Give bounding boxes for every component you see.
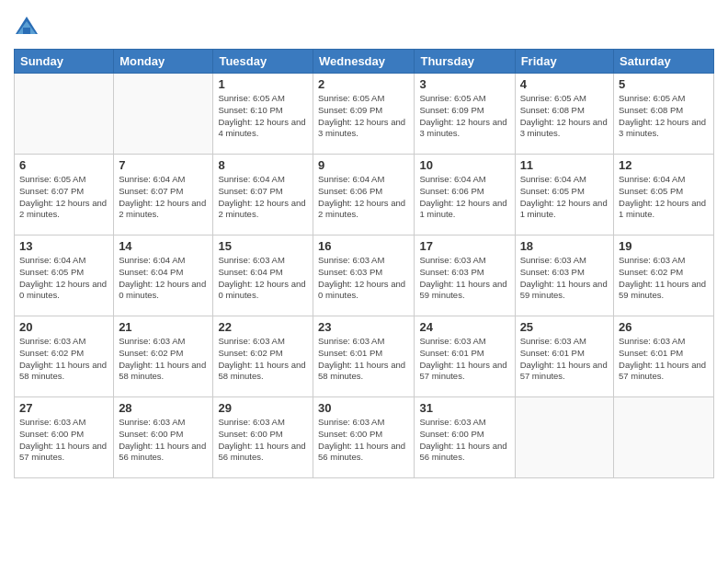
calendar-cell: 29Sunrise: 6:03 AM Sunset: 6:00 PM Dayli… <box>213 397 313 478</box>
day-number: 11 <box>520 158 609 172</box>
calendar-week-row: 27Sunrise: 6:03 AM Sunset: 6:00 PM Dayli… <box>15 397 714 478</box>
day-info: Sunrise: 6:03 AM Sunset: 6:03 PM Dayligh… <box>318 255 409 302</box>
day-number: 9 <box>318 158 409 172</box>
day-info: Sunrise: 6:03 AM Sunset: 6:01 PM Dayligh… <box>619 336 709 383</box>
day-number: 13 <box>19 239 108 253</box>
day-info: Sunrise: 6:03 AM Sunset: 6:03 PM Dayligh… <box>520 255 609 302</box>
calendar-week-row: 20Sunrise: 6:03 AM Sunset: 6:02 PM Dayli… <box>15 316 714 397</box>
day-number: 26 <box>619 320 709 334</box>
day-info: Sunrise: 6:04 AM Sunset: 6:07 PM Dayligh… <box>218 174 308 221</box>
day-number: 3 <box>419 77 509 91</box>
day-info: Sunrise: 6:03 AM Sunset: 6:00 PM Dayligh… <box>19 417 108 464</box>
calendar-cell: 31Sunrise: 6:03 AM Sunset: 6:00 PM Dayli… <box>415 397 515 478</box>
weekday-header: Monday <box>114 50 213 74</box>
calendar-cell: 20Sunrise: 6:03 AM Sunset: 6:02 PM Dayli… <box>15 316 114 397</box>
logo-icon <box>14 14 40 40</box>
day-number: 22 <box>218 320 308 334</box>
day-number: 14 <box>119 239 208 253</box>
header <box>14 14 714 40</box>
day-number: 19 <box>619 239 709 253</box>
day-number: 31 <box>419 401 509 415</box>
day-number: 6 <box>19 158 108 172</box>
day-number: 10 <box>419 158 509 172</box>
day-number: 21 <box>119 320 208 334</box>
calendar-cell: 15Sunrise: 6:03 AM Sunset: 6:04 PM Dayli… <box>213 236 313 316</box>
day-number: 18 <box>520 239 609 253</box>
day-info: Sunrise: 6:04 AM Sunset: 6:06 PM Dayligh… <box>318 174 409 221</box>
calendar-cell: 26Sunrise: 6:03 AM Sunset: 6:01 PM Dayli… <box>614 316 714 397</box>
day-info: Sunrise: 6:03 AM Sunset: 6:02 PM Dayligh… <box>619 255 709 302</box>
day-info: Sunrise: 6:04 AM Sunset: 6:05 PM Dayligh… <box>619 174 709 221</box>
day-number: 16 <box>318 239 409 253</box>
day-info: Sunrise: 6:03 AM Sunset: 6:02 PM Dayligh… <box>19 336 108 383</box>
calendar-cell: 5Sunrise: 6:05 AM Sunset: 6:08 PM Daylig… <box>614 74 714 155</box>
calendar-cell <box>515 397 613 478</box>
day-number: 28 <box>119 401 208 415</box>
day-info: Sunrise: 6:03 AM Sunset: 6:01 PM Dayligh… <box>419 336 509 383</box>
day-info: Sunrise: 6:03 AM Sunset: 6:03 PM Dayligh… <box>419 255 509 302</box>
calendar-cell: 18Sunrise: 6:03 AM Sunset: 6:03 PM Dayli… <box>515 236 613 316</box>
day-number: 15 <box>218 239 308 253</box>
day-info: Sunrise: 6:04 AM Sunset: 6:05 PM Dayligh… <box>520 174 609 221</box>
calendar-cell: 23Sunrise: 6:03 AM Sunset: 6:01 PM Dayli… <box>313 316 415 397</box>
calendar-cell: 21Sunrise: 6:03 AM Sunset: 6:02 PM Dayli… <box>114 316 213 397</box>
day-info: Sunrise: 6:03 AM Sunset: 6:01 PM Dayligh… <box>318 336 409 383</box>
day-number: 7 <box>119 158 208 172</box>
day-number: 5 <box>619 77 709 91</box>
weekday-header: Friday <box>515 50 613 74</box>
day-info: Sunrise: 6:03 AM Sunset: 6:00 PM Dayligh… <box>419 417 509 464</box>
day-info: Sunrise: 6:03 AM Sunset: 6:00 PM Dayligh… <box>318 417 409 464</box>
calendar-cell: 3Sunrise: 6:05 AM Sunset: 6:09 PM Daylig… <box>415 74 515 155</box>
weekday-header-row: SundayMondayTuesdayWednesdayThursdayFrid… <box>15 50 714 74</box>
day-info: Sunrise: 6:05 AM Sunset: 6:08 PM Dayligh… <box>619 93 709 140</box>
day-info: Sunrise: 6:03 AM Sunset: 6:02 PM Dayligh… <box>119 336 208 383</box>
calendar-cell: 27Sunrise: 6:03 AM Sunset: 6:00 PM Dayli… <box>15 397 114 478</box>
day-number: 23 <box>318 320 409 334</box>
day-info: Sunrise: 6:04 AM Sunset: 6:07 PM Dayligh… <box>119 174 208 221</box>
calendar-cell <box>15 74 114 155</box>
calendar-cell: 8Sunrise: 6:04 AM Sunset: 6:07 PM Daylig… <box>213 155 313 236</box>
calendar-cell: 6Sunrise: 6:05 AM Sunset: 6:07 PM Daylig… <box>15 155 114 236</box>
day-number: 25 <box>520 320 609 334</box>
logo <box>14 14 43 40</box>
day-number: 12 <box>619 158 709 172</box>
calendar-cell: 2Sunrise: 6:05 AM Sunset: 6:09 PM Daylig… <box>313 74 415 155</box>
day-info: Sunrise: 6:05 AM Sunset: 6:08 PM Dayligh… <box>520 93 609 140</box>
page: SundayMondayTuesdayWednesdayThursdayFrid… <box>0 0 728 563</box>
day-number: 30 <box>318 401 409 415</box>
calendar-week-row: 1Sunrise: 6:05 AM Sunset: 6:10 PM Daylig… <box>15 74 714 155</box>
calendar-cell: 24Sunrise: 6:03 AM Sunset: 6:01 PM Dayli… <box>415 316 515 397</box>
weekday-header: Sunday <box>15 50 114 74</box>
calendar-cell: 16Sunrise: 6:03 AM Sunset: 6:03 PM Dayli… <box>313 236 415 316</box>
calendar-week-row: 6Sunrise: 6:05 AM Sunset: 6:07 PM Daylig… <box>15 155 714 236</box>
day-info: Sunrise: 6:05 AM Sunset: 6:10 PM Dayligh… <box>218 93 308 140</box>
day-info: Sunrise: 6:04 AM Sunset: 6:06 PM Dayligh… <box>419 174 509 221</box>
day-info: Sunrise: 6:03 AM Sunset: 6:02 PM Dayligh… <box>218 336 308 383</box>
day-number: 8 <box>218 158 308 172</box>
calendar: SundayMondayTuesdayWednesdayThursdayFrid… <box>14 49 714 478</box>
day-number: 27 <box>19 401 108 415</box>
calendar-cell: 19Sunrise: 6:03 AM Sunset: 6:02 PM Dayli… <box>614 236 714 316</box>
calendar-cell: 7Sunrise: 6:04 AM Sunset: 6:07 PM Daylig… <box>114 155 213 236</box>
day-number: 4 <box>520 77 609 91</box>
calendar-cell: 11Sunrise: 6:04 AM Sunset: 6:05 PM Dayli… <box>515 155 613 236</box>
day-info: Sunrise: 6:05 AM Sunset: 6:09 PM Dayligh… <box>419 93 509 140</box>
day-number: 1 <box>218 77 308 91</box>
day-info: Sunrise: 6:04 AM Sunset: 6:04 PM Dayligh… <box>119 255 208 302</box>
calendar-cell: 28Sunrise: 6:03 AM Sunset: 6:00 PM Dayli… <box>114 397 213 478</box>
calendar-cell: 25Sunrise: 6:03 AM Sunset: 6:01 PM Dayli… <box>515 316 613 397</box>
day-number: 29 <box>218 401 308 415</box>
calendar-week-row: 13Sunrise: 6:04 AM Sunset: 6:05 PM Dayli… <box>15 236 714 316</box>
calendar-cell: 9Sunrise: 6:04 AM Sunset: 6:06 PM Daylig… <box>313 155 415 236</box>
day-info: Sunrise: 6:03 AM Sunset: 6:04 PM Dayligh… <box>218 255 308 302</box>
day-number: 24 <box>419 320 509 334</box>
weekday-header: Thursday <box>415 50 515 74</box>
calendar-cell: 1Sunrise: 6:05 AM Sunset: 6:10 PM Daylig… <box>213 74 313 155</box>
calendar-cell: 22Sunrise: 6:03 AM Sunset: 6:02 PM Dayli… <box>213 316 313 397</box>
calendar-cell: 13Sunrise: 6:04 AM Sunset: 6:05 PM Dayli… <box>15 236 114 316</box>
day-number: 17 <box>419 239 509 253</box>
svg-rect-2 <box>23 28 30 34</box>
calendar-cell: 12Sunrise: 6:04 AM Sunset: 6:05 PM Dayli… <box>614 155 714 236</box>
calendar-cell: 4Sunrise: 6:05 AM Sunset: 6:08 PM Daylig… <box>515 74 613 155</box>
day-info: Sunrise: 6:03 AM Sunset: 6:01 PM Dayligh… <box>520 336 609 383</box>
